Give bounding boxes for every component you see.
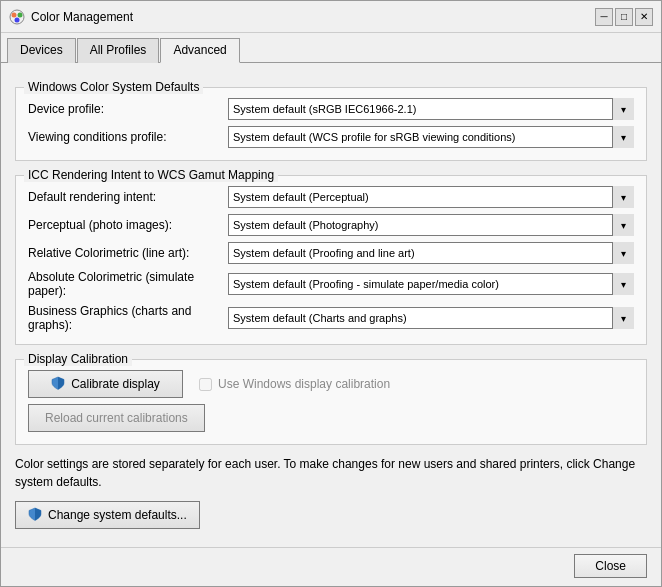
calibrate-display-label: Calibrate display [71, 377, 160, 391]
icc-rendering-section: ICC Rendering Intent to WCS Gamut Mappin… [15, 175, 647, 345]
tab-advanced[interactable]: Advanced [160, 38, 239, 63]
device-profile-select[interactable]: System default (sRGB IEC61966-2.1) [228, 98, 634, 120]
color-management-window: Color Management ─ □ ✕ Devices All Profi… [0, 0, 662, 587]
relative-colorimetric-row: Relative Colorimetric (line art): System… [28, 242, 634, 264]
default-rendering-row: Default rendering intent: System default… [28, 186, 634, 208]
change-system-defaults-button[interactable]: Change system defaults... [15, 501, 200, 529]
use-windows-calibration-label: Use Windows display calibration [218, 377, 390, 391]
reload-calibrations-button[interactable]: Reload current calibrations [28, 404, 205, 432]
title-bar-left: Color Management [9, 9, 133, 25]
calibrate-display-button[interactable]: Calibrate display [28, 370, 183, 398]
business-graphics-row: Business Graphics (charts and graphs): S… [28, 304, 634, 332]
windows-color-defaults-section: Windows Color System Defaults Device pro… [15, 87, 647, 161]
windows-color-defaults-title: Windows Color System Defaults [24, 80, 203, 94]
relative-colorimetric-label: Relative Colorimetric (line art): [28, 246, 228, 260]
calibrate-shield-icon [51, 376, 65, 393]
svg-point-2 [18, 12, 23, 17]
title-controls: ─ □ ✕ [595, 8, 653, 26]
use-windows-calibration-checkbox[interactable] [199, 378, 212, 391]
svg-point-1 [12, 12, 17, 17]
window-title: Color Management [31, 10, 133, 24]
maximize-button[interactable]: □ [615, 8, 633, 26]
device-profile-select-wrapper: System default (sRGB IEC61966-2.1) ▾ [228, 98, 634, 120]
change-defaults-label: Change system defaults... [48, 508, 187, 522]
perceptual-row: Perceptual (photo images): System defaul… [28, 214, 634, 236]
perceptual-select-wrapper: System default (Photography) ▾ [228, 214, 634, 236]
main-content: Windows Color System Defaults Device pro… [1, 63, 661, 547]
perceptual-label: Perceptual (photo images): [28, 218, 228, 232]
svg-point-3 [15, 17, 20, 22]
relative-colorimetric-select[interactable]: System default (Proofing and line art) [228, 242, 634, 264]
business-graphics-select-wrapper: System default (Charts and graphs) ▾ [228, 307, 634, 329]
business-graphics-label: Business Graphics (charts and graphs): [28, 304, 228, 332]
change-defaults-shield-icon [28, 507, 42, 524]
absolute-colorimetric-row: Absolute Colorimetric (simulate paper): … [28, 270, 634, 298]
perceptual-select[interactable]: System default (Photography) [228, 214, 634, 236]
business-graphics-select[interactable]: System default (Charts and graphs) [228, 307, 634, 329]
viewing-conditions-select[interactable]: System default (WCS profile for sRGB vie… [228, 126, 634, 148]
default-rendering-select[interactable]: System default (Perceptual) [228, 186, 634, 208]
tab-devices[interactable]: Devices [7, 38, 76, 63]
close-button[interactable]: Close [574, 554, 647, 578]
minimize-button[interactable]: ─ [595, 8, 613, 26]
tab-bar: Devices All Profiles Advanced [1, 33, 661, 63]
absolute-colorimetric-label: Absolute Colorimetric (simulate paper): [28, 270, 228, 298]
default-rendering-label: Default rendering intent: [28, 190, 228, 204]
display-calibration-section: Display Calibration Calibrate display Us… [15, 359, 647, 445]
absolute-colorimetric-select-wrapper: System default (Proofing - simulate pape… [228, 273, 634, 295]
title-bar: Color Management ─ □ ✕ [1, 1, 661, 33]
device-profile-row: Device profile: System default (sRGB IEC… [28, 98, 634, 120]
viewing-conditions-label: Viewing conditions profile: [28, 130, 228, 144]
device-profile-label: Device profile: [28, 102, 228, 116]
display-calibration-title: Display Calibration [24, 352, 132, 366]
tab-all-profiles[interactable]: All Profiles [77, 38, 160, 63]
window-close-button[interactable]: ✕ [635, 8, 653, 26]
use-windows-calibration-row: Use Windows display calibration [199, 377, 390, 391]
footer: Close [1, 547, 661, 586]
info-text: Color settings are stored separately for… [15, 455, 647, 491]
viewing-conditions-select-wrapper: System default (WCS profile for sRGB vie… [228, 126, 634, 148]
icc-rendering-title: ICC Rendering Intent to WCS Gamut Mappin… [24, 168, 278, 182]
relative-colorimetric-select-wrapper: System default (Proofing and line art) ▾ [228, 242, 634, 264]
absolute-colorimetric-select[interactable]: System default (Proofing - simulate pape… [228, 273, 634, 295]
calibration-buttons-row: Calibrate display Use Windows display ca… [28, 370, 634, 398]
default-rendering-select-wrapper: System default (Perceptual) ▾ [228, 186, 634, 208]
viewing-conditions-row: Viewing conditions profile: System defau… [28, 126, 634, 148]
color-management-icon [9, 9, 25, 25]
